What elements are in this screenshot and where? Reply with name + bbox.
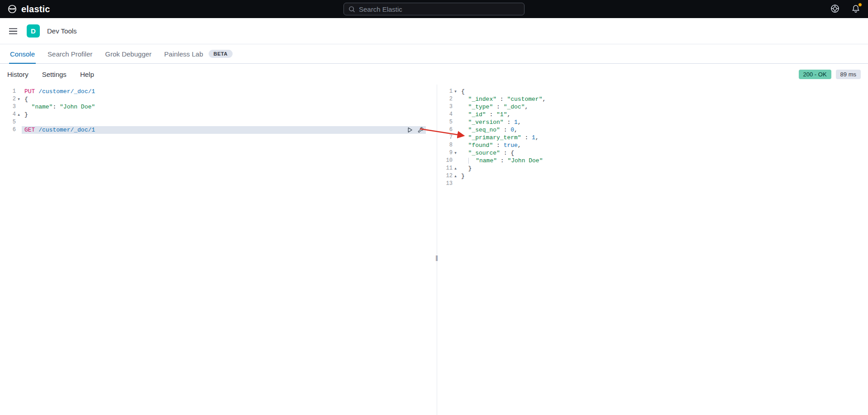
line-number: 11: [446, 165, 453, 172]
menu-button[interactable]: [7, 25, 19, 38]
settings-menu-button[interactable]: Settings: [42, 71, 67, 78]
code-text[interactable]: }: [22, 111, 426, 118]
line-number: 5: [449, 118, 453, 126]
tab-grok-debugger-label: Grok Debugger: [105, 50, 152, 58]
code-line-5: 5 "_version" : 1,: [439, 118, 868, 126]
history-menu-button[interactable]: History: [7, 71, 29, 78]
code-text: "_id" : "1",: [458, 111, 868, 118]
fold-toggle-icon[interactable]: ▾: [453, 88, 458, 95]
code-line-7: 7 "_primary_term" : 1,: [439, 134, 868, 141]
console-toolbar: History Settings Help 200 - OK 89 ms: [0, 64, 868, 85]
code-text: "_index" : "customer",: [458, 95, 868, 103]
fold-toggle-icon[interactable]: ▾: [453, 149, 458, 157]
code-text: {: [458, 88, 868, 95]
hamburger-icon: [9, 28, 17, 34]
code-text: }: [458, 172, 868, 180]
console-editors: 1PUT /customer/_doc/12▾{3 "name": "John …: [0, 85, 868, 415]
help-menu-button[interactable]: Help: [80, 71, 94, 78]
gutter-cell: 2: [439, 95, 458, 103]
line-number: 1: [13, 88, 16, 95]
code-text: "name" : "John Doe": [458, 157, 868, 165]
request-code: 1PUT /customer/_doc/12▾{3 "name": "John …: [0, 88, 434, 134]
gutter-cell: 9▾: [439, 149, 458, 157]
resizer-grip-icon: ‖: [434, 255, 439, 262]
line-number: 3: [13, 103, 16, 111]
code-text[interactable]: PUT /customer/_doc/1: [22, 88, 426, 95]
code-line-5[interactable]: 5: [0, 118, 434, 126]
code-line-1: 1▾{: [439, 88, 868, 95]
search-input[interactable]: [359, 5, 520, 13]
code-line-3[interactable]: 3 "name": "John Doe": [0, 103, 434, 111]
fold-toggle-icon[interactable]: ▴: [453, 172, 458, 180]
gutter-cell: 2▾: [0, 95, 22, 103]
line-number: 8: [449, 141, 453, 149]
help-button[interactable]: [830, 4, 840, 14]
tab-search-profiler-label: Search Profiler: [48, 50, 92, 58]
code-text: "_source" : {: [458, 149, 868, 157]
alerts-button[interactable]: [851, 4, 861, 14]
status-badge: 200 - OK: [799, 70, 831, 79]
code-line-2[interactable]: 2▾{: [0, 95, 434, 103]
gutter-cell: 6: [439, 126, 458, 134]
line-number: 4: [449, 111, 453, 118]
line-number: 5: [13, 118, 16, 126]
code-line-13: 13: [439, 180, 868, 188]
code-line-2: 2 "_index" : "customer",: [439, 95, 868, 103]
line-number: 2: [13, 95, 16, 103]
gutter-cell: 5: [439, 118, 458, 126]
line-number: 2: [449, 95, 453, 103]
request-editor[interactable]: 1PUT /customer/_doc/12▾{3 "name": "John …: [0, 85, 434, 415]
home-link[interactable]: elastic: [7, 4, 50, 14]
code-line-6[interactable]: 6GET /customer/_doc/1: [0, 126, 434, 134]
send-request-button[interactable]: [406, 127, 413, 134]
code-text[interactable]: "name": "John Doe": [22, 103, 426, 111]
line-number: 1: [449, 88, 453, 95]
request-line-actions: [406, 126, 424, 134]
code-text[interactable]: [22, 118, 426, 126]
code-line-1[interactable]: 1PUT /customer/_doc/1: [0, 88, 434, 95]
tab-grok-debugger[interactable]: Grok Debugger: [99, 44, 158, 63]
fold-toggle-icon[interactable]: ▾: [16, 95, 22, 103]
tab-painless-lab[interactable]: Painless Lab BETA: [158, 44, 239, 63]
response-code: 1▾{2 "_index" : "customer",3 "_type" : "…: [439, 88, 868, 188]
breadcrumb: Dev Tools: [47, 27, 77, 35]
tab-painless-lab-label: Painless Lab: [164, 50, 203, 58]
code-line-9: 9▾ "_source" : {: [439, 149, 868, 157]
help-icon: [830, 4, 839, 13]
global-search-bar[interactable]: [343, 3, 525, 15]
space-avatar[interactable]: D: [27, 24, 40, 38]
line-number: 10: [446, 157, 453, 165]
gutter-cell: 1▾: [439, 88, 458, 95]
wrench-icon: [417, 127, 424, 133]
response-time-badge: 89 ms: [836, 70, 861, 79]
fold-toggle-icon[interactable]: ▴: [16, 111, 22, 118]
code-text[interactable]: GET /customer/_doc/1: [22, 126, 426, 134]
line-number: 6: [449, 126, 453, 134]
request-options-button[interactable]: [417, 127, 424, 134]
code-text: [458, 180, 868, 188]
code-line-4[interactable]: 4▴}: [0, 111, 434, 118]
gutter-cell: 13: [439, 180, 458, 188]
tab-console[interactable]: Console: [4, 44, 41, 63]
line-number: 7: [449, 134, 453, 141]
gutter-cell: 10: [439, 157, 458, 165]
gutter-cell: 4: [439, 111, 458, 118]
code-line-4: 4 "_id" : "1",: [439, 111, 868, 118]
gutter-cell: 4▴: [0, 111, 22, 118]
fold-toggle-icon[interactable]: ▴: [453, 165, 458, 172]
line-number: 12: [446, 172, 453, 180]
code-text: "found" : true,: [458, 141, 868, 149]
code-text[interactable]: {: [22, 95, 426, 103]
tab-console-label: Console: [10, 50, 35, 58]
gutter-cell: 11▴: [439, 165, 458, 172]
line-number: 13: [446, 180, 453, 188]
panel-resizer[interactable]: ‖: [434, 85, 439, 415]
gutter-cell: 1: [0, 88, 22, 95]
brand-name: elastic: [21, 4, 50, 14]
code-text: }: [458, 165, 868, 172]
code-text: "_version" : 1,: [458, 118, 868, 126]
gutter-cell: 3: [439, 103, 458, 111]
tab-search-profiler[interactable]: Search Profiler: [41, 44, 99, 63]
gutter-cell: 7: [439, 134, 458, 141]
code-line-3: 3 "_type" : "_doc",: [439, 103, 868, 111]
